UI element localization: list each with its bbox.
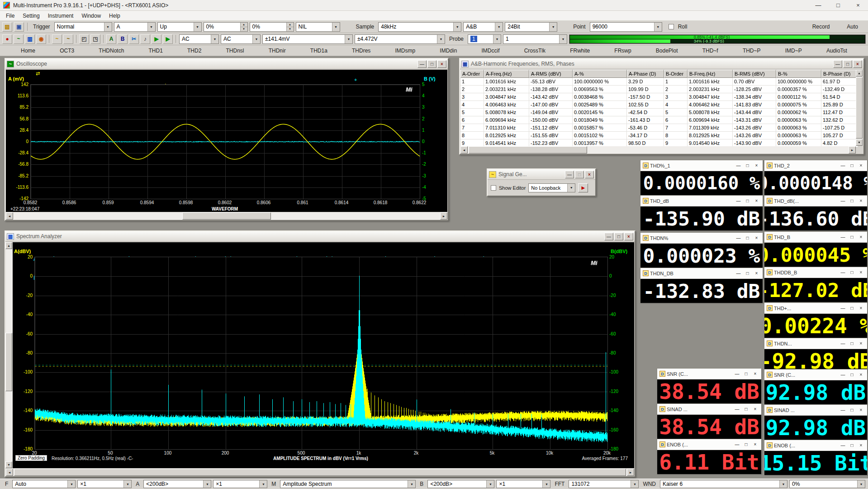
scroll-down-icon[interactable]: ▼ <box>856 139 863 146</box>
range-b-select[interactable]: ±4.472V▼ <box>355 34 445 44</box>
tab-audiotst[interactable]: AudioTst <box>825 47 849 55</box>
tab-thd2[interactable]: THD2 <box>185 47 203 55</box>
dropdown-arrow-icon[interactable]: ▼ <box>857 480 865 488</box>
minimize-icon[interactable]: — <box>735 163 742 168</box>
coupling-a-select[interactable]: AC▼ <box>179 34 219 44</box>
menu-instrument[interactable]: Instrument <box>44 12 78 20</box>
scroll-left-icon[interactable]: ◄ <box>6 212 13 220</box>
step-down-icon[interactable]: ▼ <box>240 27 247 31</box>
dropdown-arrow-icon[interactable]: ▼ <box>104 23 112 31</box>
maximize-icon[interactable]: □ <box>848 443 856 448</box>
signal-generator-b-icon[interactable]: ~ <box>63 34 73 44</box>
dropdown-arrow-icon[interactable]: ▼ <box>493 35 501 43</box>
column-header[interactable]: A-Phase (D) <box>627 70 664 78</box>
fft-size-select[interactable]: 131072▼ <box>569 480 639 488</box>
minimize-icon[interactable]: — <box>733 371 741 376</box>
dropdown-arrow-icon[interactable]: ▼ <box>437 35 445 43</box>
window-function-select[interactable]: Kaiser 6▼ <box>660 480 787 488</box>
maximize-icon[interactable]: □ <box>848 270 856 275</box>
minimize-icon[interactable]: — <box>604 233 613 240</box>
range-a-select[interactable]: ±141.4mV▼ <box>262 34 353 44</box>
dropdown-arrow-icon[interactable]: ▼ <box>252 35 260 43</box>
minimize-icon[interactable]: — <box>733 442 741 447</box>
dropdown-arrow-icon[interactable]: ▼ <box>486 480 494 488</box>
show-editor-checkbox[interactable] <box>491 185 496 191</box>
ddp-titlebar[interactable]: DTHD_dB(...—□× <box>764 196 867 206</box>
roll-checkbox[interactable] <box>669 24 674 29</box>
signal-generator-a-icon[interactable]: ~ <box>52 34 62 44</box>
tab-thdnsl[interactable]: THDnsl <box>224 47 246 55</box>
column-header[interactable]: A-Freq.(Hz) <box>484 70 529 78</box>
dropdown-arrow-icon[interactable]: ▼ <box>147 23 155 31</box>
spectrum-plot[interactable] <box>34 257 608 450</box>
minimize-icon[interactable]: — <box>735 271 742 276</box>
minimize-icon[interactable]: — <box>839 372 847 377</box>
maximize-icon[interactable]: □ <box>848 198 856 203</box>
scroll-left-icon[interactable]: ◄ <box>6 469 13 476</box>
axis-b-icon[interactable]: B <box>118 34 128 44</box>
ddp-titlebar[interactable]: DTHD+...—□× <box>764 303 867 314</box>
stepper-buttons[interactable]: ▲▼ <box>286 23 294 31</box>
hpf-select[interactable]: NIL▼ <box>296 22 340 32</box>
step-down-icon[interactable]: ▼ <box>286 27 294 31</box>
maximize-icon[interactable]: □ <box>848 163 856 168</box>
minimize-icon[interactable]: — <box>839 306 847 311</box>
dropdown-arrow-icon[interactable]: ▼ <box>194 23 201 31</box>
probe-calibration-icon[interactable]: ✂ <box>129 34 139 44</box>
minimize-icon[interactable]: — <box>808 0 828 10</box>
stepper-buttons[interactable]: ▲▼ <box>240 23 247 31</box>
close-icon[interactable]: × <box>753 235 760 240</box>
scroll-right-icon[interactable]: ► <box>440 212 447 220</box>
tab-imdccif[interactable]: IMDccif <box>480 47 502 55</box>
dropdown-arrow-icon[interactable]: ▼ <box>453 23 461 31</box>
play-a-icon[interactable]: ▶ <box>152 34 161 44</box>
menu-file[interactable]: File <box>2 12 19 20</box>
menu-window[interactable]: Window <box>77 12 105 20</box>
close-icon[interactable]: × <box>857 408 865 412</box>
menu-setting[interactable]: Setting <box>19 12 43 20</box>
dropdown-arrow-icon[interactable]: ▼ <box>203 480 211 488</box>
tab-frswp[interactable]: FRswp <box>612 47 633 55</box>
display-mode-select[interactable]: Amplitude Spectrum▼ <box>280 480 416 488</box>
ddp-titlebar[interactable]: DTHD%_1—□× <box>640 160 763 171</box>
trigger-delay-stepper[interactable]: 0%▲▼ <box>250 22 294 32</box>
signal-generator-titlebar[interactable]: ~ Signal Ge... — □ × <box>488 169 595 180</box>
probe-a-select[interactable]: 1▼ <box>468 34 501 44</box>
trigger-marker-b-icon[interactable]: + <box>354 77 357 82</box>
close-icon[interactable]: × <box>751 442 759 447</box>
menu-help[interactable]: Help <box>105 12 124 20</box>
minimize-icon[interactable]: — <box>735 198 742 203</box>
maximize-icon[interactable]: □ <box>848 408 856 412</box>
scroll-up-icon[interactable]: ▲ <box>856 70 863 77</box>
spectrum-vscrollbar[interactable]: ▲ ▼ <box>6 242 13 468</box>
tab-thd~f[interactable]: THD~f <box>701 47 720 55</box>
minimize-icon[interactable]: — <box>735 235 742 240</box>
play-b-icon[interactable]: ▶ <box>163 34 173 44</box>
close-icon[interactable]: × <box>857 235 865 240</box>
close-icon[interactable]: × <box>857 443 865 448</box>
minimize-icon[interactable]: — <box>417 60 427 68</box>
spectrum-titlebar[interactable]: ▥ Spectrum Analyzer — □ × <box>5 231 635 242</box>
close-icon[interactable]: × <box>853 60 862 68</box>
tab-crosstlk[interactable]: CrossTlk <box>522 47 547 55</box>
minimize-icon[interactable]: — <box>733 407 741 412</box>
ddp-titlebar[interactable]: DTHDN...—□× <box>764 338 867 349</box>
record-button[interactable]: Record <box>810 24 832 30</box>
dropdown-arrow-icon[interactable]: ▼ <box>567 184 575 192</box>
minimize-icon[interactable]: — <box>839 163 847 168</box>
ddp-titlebar[interactable]: DENOB (...—□× <box>657 439 761 450</box>
close-icon[interactable]: × <box>753 163 760 168</box>
maximize-icon[interactable]: □ <box>848 306 856 311</box>
column-header[interactable]: A-Order <box>460 70 484 78</box>
maximize-icon[interactable]: □ <box>744 235 751 240</box>
dropdown-arrow-icon[interactable]: ▼ <box>408 480 415 488</box>
channels-select[interactable]: A&B▼ <box>463 22 503 32</box>
dropdown-arrow-icon[interactable]: ▼ <box>631 480 638 488</box>
record-icon[interactable]: ● <box>2 34 12 44</box>
close-icon[interactable]: × <box>753 198 760 203</box>
scroll-thumb[interactable] <box>14 469 626 476</box>
dropdown-arrow-icon[interactable]: ▼ <box>779 480 787 488</box>
maximize-icon[interactable]: □ <box>427 60 436 68</box>
minimize-icon[interactable]: — <box>839 198 847 203</box>
maximize-icon[interactable]: □ <box>843 60 852 68</box>
